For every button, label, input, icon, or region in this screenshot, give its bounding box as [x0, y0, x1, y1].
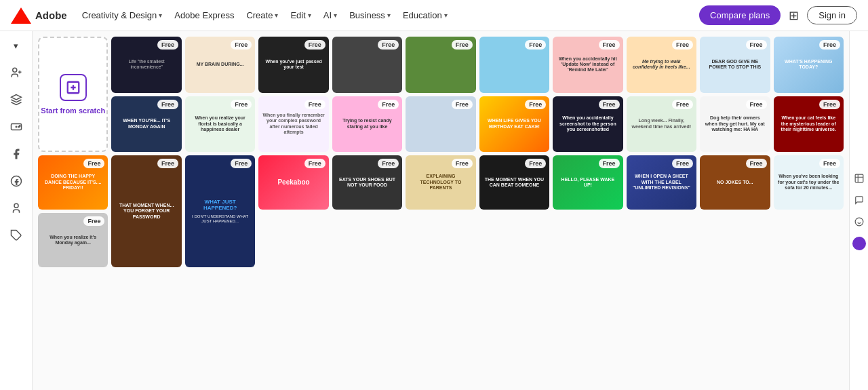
card-text: EXPLAINING TECHNOLOGY TO PARENTS — [410, 174, 471, 191]
free-badge: Free — [599, 100, 620, 109]
card-text: WHEN I OPEN A SHEET WITH THE LABEL "UNLI… — [631, 174, 692, 191]
nav-education[interactable]: Education ▾ — [397, 7, 453, 23]
template-card-giraffe[interactable]: Free — [479, 37, 549, 93]
template-card-whatjust[interactable]: WHAT JUST HAPPENED? I DON'T UNDERSTAND W… — [185, 155, 255, 267]
sidebar-icon-tag[interactable] — [4, 223, 28, 248]
template-card-nojokes[interactable]: NO JOKES TO... Free — [700, 155, 770, 210]
svg-point-11 — [14, 203, 18, 208]
chevron-down-icon: ▾ — [387, 12, 391, 19]
template-card-ostrich[interactable]: Free — [332, 37, 402, 93]
free-badge: Free — [525, 40, 546, 50]
free-badge: Free — [819, 159, 840, 168]
template-card-cat1[interactable]: Free — [406, 96, 475, 153]
template-card-friday[interactable]: DOING THE HAPPY DANCE BECAUSE IT'S.... F… — [38, 155, 108, 210]
header-right: Compare plans ⊞ Sign in — [699, 5, 857, 25]
free-badge: Free — [819, 100, 840, 109]
compare-plans-button[interactable]: Compare plans — [699, 5, 781, 25]
resize-icon[interactable] — [851, 170, 867, 187]
nav-edit[interactable]: Edit ▾ — [285, 7, 316, 23]
free-badge: Free — [157, 159, 178, 168]
template-card-deargod[interactable]: DEAR GOD GIVE ME POWER TO STOP THIS Free — [700, 37, 770, 93]
free-badge: Free — [599, 159, 620, 168]
purple-circle — [852, 237, 866, 250]
card-text: When you accidentally hit 'Update Now' i… — [557, 56, 618, 73]
template-card-unlimited[interactable]: WHEN I OPEN A SHEET WITH THE LABEL "UNLI… — [627, 155, 696, 210]
card-text: DOING THE HAPPY DANCE BECAUSE IT'S.... F… — [42, 174, 104, 191]
sidebar-icon-facebook-circle[interactable] — [4, 169, 28, 193]
card-text: Long week... Finally, weekend time has a… — [631, 118, 692, 130]
svg-marker-0 — [11, 7, 31, 24]
template-card-eatsshoes[interactable]: EATS YOUR SHOES BUT NOT YOUR FOOD Free — [332, 155, 402, 210]
free-badge: Free — [599, 40, 620, 50]
template-card-doghelp[interactable]: Dog help their owners when they get hurt… — [700, 96, 770, 153]
purple-dot-icon[interactable] — [851, 235, 867, 252]
card-text: Me trying to walk confidently in heels l… — [631, 59, 692, 71]
sidebar-icon-game[interactable] — [4, 115, 28, 139]
template-card-longweek[interactable]: Long week... Finally, weekend time has a… — [627, 96, 696, 153]
header: Adobe Creativity & Design ▾ Adobe Expres… — [0, 0, 868, 31]
template-card-monday[interactable]: WHEN YOU'RE... IT'S MONDAY AGAIN Free — [111, 96, 181, 153]
card-text: MY BRAIN DURING... — [197, 62, 244, 67]
template-card-brain[interactable]: MY BRAIN DURING... Free — [185, 37, 255, 93]
template-card-confident[interactable]: Me trying to walk confidently in heels l… — [627, 37, 696, 93]
template-card-candy[interactable]: Trying to resist candy staring at you li… — [332, 96, 402, 153]
nav-creativity-design[interactable]: Creativity & Design ▾ — [77, 7, 168, 23]
card-text: EATS YOUR SHOES BUT NOT YOUR FOOD — [336, 177, 398, 189]
template-card-florist[interactable]: When you realize your florist is basical… — [185, 96, 255, 153]
card-text: Trying to resist candy staring at you li… — [336, 118, 398, 130]
sidebar-collapse-button[interactable]: ▾ — [9, 37, 22, 55]
nav-ai[interactable]: AI ▾ — [318, 7, 342, 23]
free-badge: Free — [525, 100, 546, 109]
start-from-scratch-card[interactable]: Start from scratch — [38, 37, 108, 152]
free-badge: Free — [304, 100, 326, 109]
card-text: When you realize your florist is basical… — [189, 115, 251, 132]
svg-point-1 — [12, 68, 16, 72]
nav-adobe-express[interactable]: Adobe Express — [169, 7, 239, 23]
template-card-catspy[interactable]: When you've been looking for your cat's … — [774, 155, 844, 210]
card-text: Life "the smallest inconvenience" — [115, 59, 177, 71]
template-card-carscream[interactable]: When you've just passed your test Free — [258, 37, 328, 93]
template-card-remind[interactable]: When you accidentally hit 'Update Now' i… — [553, 37, 623, 93]
adobe-logo[interactable]: Adobe — [11, 5, 67, 26]
scratch-icon — [60, 74, 87, 101]
template-card-explaintech[interactable]: EXPLAINING TECHNOLOGY TO PARENTS Free — [406, 155, 475, 210]
free-badge: Free — [83, 216, 104, 226]
scratch-label: Start from scratch — [41, 106, 105, 115]
chevron-down-icon: ▾ — [275, 12, 278, 19]
card-text: HELLO, PLEASE WAKE UP! — [557, 177, 618, 189]
free-badge: Free — [452, 40, 473, 50]
free-badge: Free — [746, 40, 767, 50]
card-text: When you realize it's Monday again... — [42, 235, 104, 246]
template-card-eatcake[interactable]: WHEN LIFE GIVES YOU BIRTHDAY EAT CAKE! F… — [479, 96, 549, 153]
free-badge: Free — [525, 159, 546, 168]
apps-grid-icon[interactable]: ⊞ — [789, 8, 799, 23]
template-card-beatsomeone[interactable]: THE MOMENT WHEN YOU CAN BEAT SOMEONE Fre… — [479, 155, 549, 210]
template-card-hellowakeup[interactable]: HELLO, PLEASE WAKE UP! Free — [553, 155, 623, 210]
template-card-life[interactable]: Life "the smallest inconvenience" Free — [111, 37, 181, 93]
nav-business[interactable]: Business ▾ — [344, 7, 396, 23]
sidebar-icon-person-add[interactable] — [4, 60, 28, 85]
template-card-monday2[interactable]: When you realize it's Monday again... Fr… — [38, 213, 108, 267]
template-card-peekaboo[interactable]: Peekaboo Free — [258, 155, 328, 210]
template-card-screenshot[interactable]: When you accidentally screenshot to the … — [553, 96, 623, 153]
template-grid: Start from scratch Life "the smallest in… — [38, 37, 844, 267]
card-text: WHAT JUST HAPPENED? — [191, 199, 250, 212]
nav-create[interactable]: Create ▾ — [241, 7, 283, 23]
free-badge: Free — [304, 40, 326, 50]
sidebar-icon-person[interactable] — [4, 196, 28, 220]
comment-icon[interactable] — [851, 192, 867, 208]
free-badge: Free — [378, 40, 399, 50]
template-card-mysticcat[interactable]: When your cat feels like the mysterious … — [774, 96, 844, 153]
chat-icon[interactable] — [851, 214, 867, 230]
sign-in-button[interactable]: Sign in — [807, 6, 857, 24]
card-text: When you finally remember your complex p… — [262, 113, 324, 136]
sidebar-icon-facebook-f[interactable] — [4, 142, 28, 166]
free-badge: Free — [157, 40, 178, 50]
template-card-monkey[interactable]: Free — [406, 37, 475, 93]
free-badge: Free — [231, 159, 252, 168]
template-card-moment[interactable]: THAT MOMENT WHEN... YOU FORGET YOUR PASS… — [111, 155, 181, 267]
template-card-password[interactable]: When you finally remember your complex p… — [258, 96, 328, 153]
svg-point-17 — [855, 218, 863, 226]
template-card-happening[interactable]: WHAT'S HAPPENING TODAY? Free — [774, 37, 844, 93]
sidebar-icon-layers[interactable] — [4, 87, 28, 112]
